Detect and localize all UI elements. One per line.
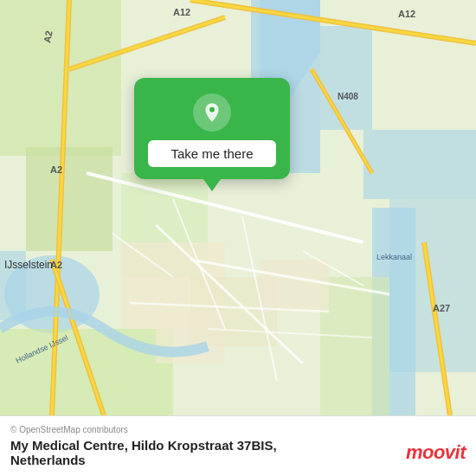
location-pin-icon (193, 93, 231, 132)
popup-card: Take me there (134, 78, 290, 179)
moovit-wordmark: moovit (406, 441, 466, 464)
svg-text:A2: A2 (42, 29, 54, 43)
svg-text:A2: A2 (50, 164, 62, 175)
svg-text:A12: A12 (398, 9, 415, 19)
footer: © OpenStreetMap contributors My Medical … (0, 415, 476, 476)
svg-text:A27: A27 (433, 303, 450, 313)
svg-rect-9 (26, 147, 113, 251)
map-svg: A2 A2 A2 A12 A12 N408 A27 Lekkanaal IJss… (0, 0, 476, 415)
svg-rect-3 (363, 130, 476, 199)
svg-rect-12 (320, 277, 389, 415)
svg-rect-15 (260, 260, 329, 312)
svg-text:Lekkanaal: Lekkanaal (376, 253, 412, 261)
take-me-there-button[interactable]: Take me there (148, 140, 276, 167)
location-name: My Medical Centre, Hildo Kropstraat 37BI… (10, 438, 466, 467)
svg-rect-11 (0, 329, 173, 415)
moovit-logo: moovit (406, 441, 466, 464)
map-container: A2 A2 A2 A12 A12 N408 A27 Lekkanaal IJss… (0, 0, 476, 415)
svg-rect-1 (320, 26, 372, 130)
svg-rect-8 (0, 0, 121, 156)
svg-text:A12: A12 (173, 7, 190, 17)
svg-text:N408: N408 (338, 92, 358, 101)
svg-point-49 (209, 107, 215, 113)
svg-text:IJsselstein: IJsselstein (4, 259, 53, 271)
attribution-text: © OpenStreetMap contributors (10, 425, 466, 434)
